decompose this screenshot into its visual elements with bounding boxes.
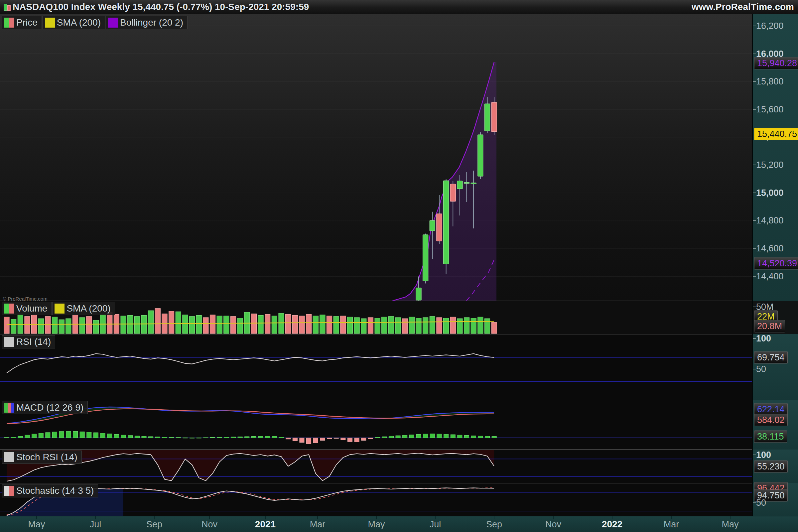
time-axis-label: Jul bbox=[90, 519, 101, 530]
volume-value-tag: 20.8M bbox=[754, 320, 785, 332]
time-axis-label: 2022 bbox=[602, 519, 623, 530]
time-axis-label: Sep bbox=[146, 519, 162, 530]
legend-label: RSI (14) bbox=[16, 337, 51, 347]
legend-item-price[interactable]: Price bbox=[2, 16, 42, 29]
watermark: © ProRealTime.com bbox=[3, 296, 48, 302]
price-tick-label: 14,400 bbox=[756, 271, 784, 282]
macd-legend: MACD (12 26 9) bbox=[2, 401, 88, 414]
legend-swatch-icon bbox=[55, 304, 64, 314]
axis-tick bbox=[753, 220, 756, 221]
legend-item-sma-200[interactable]: SMA (200) bbox=[42, 16, 105, 29]
price-tick-label: 14,800 bbox=[756, 215, 784, 226]
axis-tick bbox=[753, 54, 756, 54]
legend-label: MACD (12 26 9) bbox=[16, 402, 83, 413]
legend-swatch-icon bbox=[4, 337, 14, 347]
stochrsi-value-tag: 55.230 bbox=[754, 460, 788, 473]
legend-label: Bollinger (20 2) bbox=[120, 17, 183, 28]
axis-tick bbox=[753, 109, 756, 110]
rsi-tick-label: 100 bbox=[756, 334, 771, 344]
srsi-legend: Stoch RSI (14) bbox=[2, 451, 82, 464]
macd-value-tag: 38.115 bbox=[754, 431, 787, 443]
price-tick-label: 15,200 bbox=[756, 160, 784, 170]
price-value-tag: 15,940.28 bbox=[754, 57, 798, 70]
price-legend: PriceSMA (200)Bollinger (20 2) bbox=[2, 16, 188, 29]
legend-swatch-icon bbox=[45, 18, 55, 27]
price-tick-label: 14,600 bbox=[756, 243, 784, 254]
stochastic-tick-label: 50 bbox=[756, 498, 766, 508]
time-axis-label: Mar bbox=[664, 519, 679, 530]
legend-label: Stochastic (14 3 5) bbox=[16, 486, 94, 496]
axis-tick bbox=[753, 192, 756, 193]
axis-tick bbox=[753, 338, 756, 339]
legend-item-rsi-14[interactable]: RSI (14) bbox=[2, 335, 55, 348]
axis-tick bbox=[753, 165, 756, 165]
price-value-tag: 15,440.75 bbox=[754, 128, 798, 140]
rsi-tick-label: 50 bbox=[756, 364, 766, 374]
time-axis-label: Jul bbox=[430, 519, 441, 530]
chart-area: PriceSMA (200)Bollinger (20 2)VolumeSMA … bbox=[0, 14, 798, 532]
legend-item-macd-12-26-9[interactable]: MACD (12 26 9) bbox=[2, 401, 88, 414]
volume-legend: VolumeSMA (200) bbox=[2, 302, 115, 315]
legend-label: SMA (200) bbox=[66, 303, 110, 314]
legend-label: Price bbox=[16, 17, 38, 28]
legend-swatch-icon bbox=[4, 18, 14, 27]
website-link[interactable]: www.ProRealTime.com bbox=[691, 2, 794, 12]
rsi-value-tag: 69.754 bbox=[754, 352, 788, 364]
stochrsi-tick-label: 100 bbox=[756, 450, 771, 460]
legend-item-bollinger-20-2[interactable]: Bollinger (20 2) bbox=[106, 16, 188, 29]
time-axis-label: Nov bbox=[545, 519, 561, 530]
legend-label: Stoch RSI (14) bbox=[16, 452, 77, 462]
time-axis-label: 2021 bbox=[255, 519, 276, 530]
axis-tick bbox=[753, 25, 756, 26]
instrument-title: NASDAQ100 Index Weekly 15,440.75 (-0.77%… bbox=[13, 2, 309, 12]
axis-tick bbox=[753, 248, 756, 249]
price-tick-label: 15,000 bbox=[756, 188, 784, 198]
price-panel-bg bbox=[0, 14, 752, 301]
axis-tick bbox=[753, 81, 756, 82]
time-axis-label: May bbox=[28, 519, 45, 530]
legend-swatch-icon bbox=[4, 452, 14, 462]
legend-item-stochastic-14-3-5[interactable]: Stochastic (14 3 5) bbox=[2, 484, 98, 497]
price-value-tag: 14,520.39 bbox=[754, 258, 798, 270]
axis-tick bbox=[753, 369, 756, 369]
time-axis-label: Mar bbox=[310, 519, 325, 530]
time-axis-label: Sep bbox=[486, 519, 502, 530]
price-axis[interactable]: 16,20016,00015,80015,60015,40015,20015,0… bbox=[752, 14, 798, 516]
legend-item-volume[interactable]: Volume bbox=[2, 302, 52, 315]
stoch-legend: Stochastic (14 3 5) bbox=[2, 484, 98, 497]
legend-swatch-icon bbox=[4, 403, 14, 413]
legend-item-stoch-rsi-14[interactable]: Stoch RSI (14) bbox=[2, 451, 82, 464]
price-tick-label: 16,200 bbox=[756, 21, 784, 31]
legend-label: SMA (200) bbox=[57, 17, 101, 28]
axis-tick bbox=[753, 502, 756, 503]
legend-swatch-icon bbox=[4, 486, 14, 496]
time-axis-label: May bbox=[368, 519, 385, 530]
macd-value-tag: 584.02 bbox=[754, 414, 788, 426]
axis-tick bbox=[753, 307, 756, 307]
axis-tick bbox=[753, 276, 756, 277]
time-axis[interactable]: MayJulSepNov2021MarMayJulSepNov2022MarMa… bbox=[0, 516, 798, 532]
header-bar: NASDAQ100 Index Weekly 15,440.75 (-0.77%… bbox=[0, 0, 798, 14]
chart-canvas[interactable] bbox=[0, 14, 798, 532]
legend-swatch-icon bbox=[4, 304, 14, 314]
rsi-legend: RSI (14) bbox=[2, 335, 55, 348]
legend-swatch-icon bbox=[108, 18, 118, 27]
time-axis-label: May bbox=[722, 519, 739, 530]
prorealtime-window: NASDAQ100 Index Weekly 15,440.75 (-0.77%… bbox=[0, 0, 798, 532]
price-tick-label: 15,800 bbox=[756, 76, 784, 87]
legend-item-sma-200[interactable]: SMA (200) bbox=[52, 302, 115, 315]
axis-tick bbox=[753, 455, 756, 455]
price-tick-label: 15,600 bbox=[756, 104, 784, 115]
candlestick-icon bbox=[3, 2, 11, 12]
time-axis-label: Nov bbox=[202, 519, 217, 530]
legend-label: Volume bbox=[16, 303, 47, 314]
